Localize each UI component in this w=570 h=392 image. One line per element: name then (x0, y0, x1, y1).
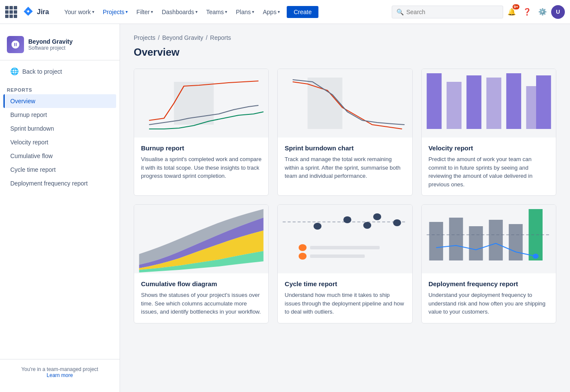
svg-point-14 (393, 219, 402, 226)
deployment-freq-card[interactable]: Deployment frequency report Understand y… (421, 204, 556, 323)
jira-logo[interactable]: Jira (22, 6, 54, 18)
sidebar-section-reports: Reports (0, 82, 120, 94)
svg-rect-1 (174, 82, 214, 125)
velocity-report-card[interactable]: Velocity report Predict the amount of wo… (421, 69, 556, 196)
svg-rect-25 (528, 209, 542, 260)
svg-rect-3 (426, 73, 441, 129)
sidebar-item-cycle-time[interactable]: Cycle time report (3, 163, 116, 177)
svg-point-11 (314, 223, 322, 230)
nav-teams[interactable]: Teams ▾ (203, 6, 231, 18)
learn-more-link[interactable]: Learn more (47, 372, 73, 378)
user-avatar[interactable]: U (551, 5, 565, 19)
svg-rect-6 (486, 78, 501, 129)
deployment-title: Deployment frequency report (429, 280, 549, 287)
svg-rect-5 (466, 75, 481, 129)
sidebar-item-cumulative[interactable]: Cumulative flow (3, 149, 116, 163)
breadcrumb-project[interactable]: Beyond Gravity (162, 34, 203, 41)
svg-rect-9 (536, 75, 551, 129)
breadcrumb-projects[interactable]: Projects (134, 34, 156, 41)
svg-rect-24 (509, 224, 522, 260)
svg-rect-20 (429, 222, 443, 260)
cumulative-chart (134, 205, 268, 273)
burnup-chart (134, 69, 268, 138)
project-icon (7, 36, 24, 53)
search-box[interactable]: 🔍 (392, 6, 503, 18)
svg-rect-19 (310, 254, 365, 258)
nav-projects[interactable]: Projects ▾ (99, 6, 132, 18)
burnup-title: Burnup report (141, 144, 261, 152)
notifications-badge: 9+ (513, 4, 519, 9)
svg-rect-23 (489, 220, 502, 260)
sidebar: Beyond Gravity Software project 🌐 Back t… (0, 24, 120, 392)
nav-apps[interactable]: Apps ▾ (259, 6, 283, 18)
project-name: Beyond Gravity (28, 38, 72, 45)
sidebar-item-overview[interactable]: Overview (3, 94, 116, 108)
velocity-desc: Predict the amount of work your team can… (429, 155, 549, 189)
sidebar-item-deployment[interactable]: Deployment frequency report (3, 177, 116, 190)
cycle-time-card[interactable]: Cycle time report Understand how much ti… (277, 204, 412, 323)
svg-point-27 (532, 254, 538, 259)
svg-point-13 (373, 213, 381, 220)
sidebar-item-velocity[interactable]: Velocity report (3, 135, 116, 149)
svg-rect-21 (449, 218, 462, 260)
burnup-report-card[interactable]: Burnup report Visualise a sprint's compl… (134, 69, 269, 196)
globe-icon: 🌐 (10, 67, 19, 75)
sidebar-item-sprint-burndown[interactable]: Sprint burndown (3, 122, 116, 135)
breadcrumb: Projects / Beyond Gravity / Reports (134, 34, 556, 41)
cumulative-title: Cumulative flow diagram (141, 280, 261, 287)
notifications-button[interactable]: 🔔 9+ (505, 5, 519, 19)
svg-point-12 (344, 216, 352, 223)
svg-rect-4 (447, 82, 462, 129)
svg-point-17 (299, 253, 307, 260)
svg-point-15 (363, 222, 372, 229)
top-navigation: Jira Your work ▾ Projects ▾ Filter ▾ Das… (0, 0, 570, 24)
search-icon: 🔍 (396, 9, 404, 15)
svg-rect-18 (310, 246, 380, 249)
main-content: Projects / Beyond Gravity / Reports Over… (120, 24, 570, 392)
burnup-desc: Visualise a sprint's completed work and … (141, 155, 261, 180)
cumulative-desc: Shows the statuses of your project's iss… (141, 291, 261, 316)
svg-rect-22 (469, 226, 483, 260)
nav-icon-group: 🔔 9+ ❓ ⚙️ U (505, 5, 565, 19)
apps-grid-icon[interactable] (5, 6, 17, 18)
page-title: Overview (134, 46, 556, 58)
burndown-chart (278, 69, 412, 138)
breadcrumb-current: Reports (210, 34, 231, 41)
cycle-time-chart (278, 205, 412, 273)
deployment-chart (422, 205, 556, 273)
nav-your-work[interactable]: Your work ▾ (61, 6, 98, 18)
deployment-desc: Understand your deployment frequency to … (429, 291, 549, 316)
nav-dashboards[interactable]: Dashboards ▾ (158, 6, 201, 18)
sidebar-footer: You're in a team-managed project Learn m… (0, 359, 120, 385)
cycle-time-title: Cycle time report (285, 280, 405, 287)
project-type: Software project (28, 45, 72, 51)
sprint-burndown-card[interactable]: Sprint burndown chart Track and manage t… (277, 69, 412, 196)
burndown-desc: Track and manage the total work remainin… (285, 155, 405, 180)
nav-plans[interactable]: Plans ▾ (232, 6, 258, 18)
back-to-project-button[interactable]: 🌐 Back to project (3, 64, 116, 79)
reports-grid: Burnup report Visualise a sprint's compl… (134, 69, 556, 323)
settings-button[interactable]: ⚙️ (536, 5, 549, 19)
search-input[interactable] (406, 9, 498, 15)
velocity-title: Velocity report (429, 144, 549, 152)
svg-rect-7 (506, 73, 521, 129)
burndown-title: Sprint burndown chart (285, 144, 405, 152)
create-button[interactable]: Create (287, 6, 318, 18)
help-button[interactable]: ❓ (520, 5, 534, 19)
sidebar-item-burnup[interactable]: Burnup report (3, 108, 116, 122)
svg-text:Jira: Jira (37, 8, 49, 15)
cycle-time-desc: Understand how much time it takes to shi… (285, 291, 405, 316)
velocity-chart (422, 69, 556, 138)
project-header: Beyond Gravity Software project (0, 31, 120, 60)
cumulative-flow-card[interactable]: Cumulative flow diagram Shows the status… (134, 204, 269, 323)
nav-filter[interactable]: Filter ▾ (133, 6, 156, 18)
svg-point-16 (299, 244, 307, 251)
